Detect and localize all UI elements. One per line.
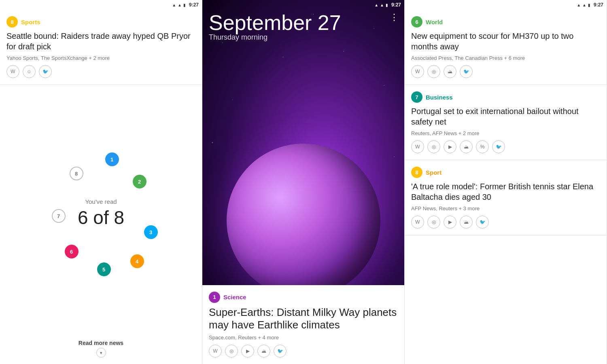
world-category-label: World [426, 19, 443, 25]
status-time-1: 9:27 [189, 2, 199, 8]
world-category-row: 6 World [411, 16, 600, 28]
down-arrow-icon: ▾ [96, 348, 106, 358]
panel-calendar: ▲ ▲ ▮ 9:27 September 27 Thursday morning… [202, 0, 405, 364]
more-options-button[interactable]: ⋮ [390, 12, 399, 23]
world-actions: W ◎ ⛰ 🐦 [411, 65, 600, 78]
science-headline: Super-Earths: Distant Milky Way planets … [209, 306, 398, 331]
science-actions: W ◎ ▶ ⛰ 🐦 [209, 345, 398, 358]
world-badge: 6 [411, 16, 422, 28]
location-icon-sport[interactable]: ◎ [427, 216, 440, 229]
world-sources: Associated Press, The Canadian Press + 6… [411, 55, 600, 61]
wiki-icon-biz[interactable]: W [411, 140, 424, 153]
dot-6[interactable]: 6 [65, 245, 79, 258]
sports-headline: Seattle bound: Raiders trade away hyped … [6, 31, 195, 52]
wikipedia-icon[interactable]: W [6, 65, 19, 78]
panel-sports: ▲ ▲ ▮ 9:27 8 Sports Seattle bound: Raide… [0, 0, 202, 364]
location-icon-science[interactable]: ◎ [225, 345, 238, 358]
sport-category-row: 8 Sport [411, 167, 600, 178]
twitter-icon-science[interactable]: 🐦 [274, 345, 287, 358]
dot-5[interactable]: 5 [97, 262, 111, 276]
signal-icon: ▲ [172, 3, 176, 7]
business-badge: 7 [411, 91, 422, 103]
status-time-3: 9:27 [594, 2, 603, 8]
science-section: 1 Science Super-Earths: Distant Milky Wa… [202, 285, 404, 364]
person-icon[interactable]: ☺ [23, 65, 36, 78]
science-card[interactable]: 1 Science Super-Earths: Distant Milky Wa… [202, 285, 404, 364]
dot-1[interactable]: 1 [105, 152, 119, 166]
sports-badge: 8 [6, 16, 18, 28]
status-bar-1: ▲ ▲ ▮ 9:27 [0, 0, 202, 10]
world-headline: New equipment to scour for MH370 up to t… [411, 31, 600, 52]
status-time-2: 9:27 [391, 2, 401, 8]
business-card[interactable]: 7 Business Portugal set to exit internat… [405, 85, 607, 160]
world-card[interactable]: 6 World New equipment to scour for MH370… [405, 10, 607, 85]
image-icon-science[interactable]: ⛰ [257, 345, 270, 358]
twitter-icon-sport[interactable]: 🐦 [476, 216, 489, 229]
dot-7[interactable]: 7 [52, 209, 66, 223]
location-icon-biz[interactable]: ◎ [427, 140, 440, 153]
sports-sources: Yahoo Sports, The SportsXchange + 2 more [6, 55, 195, 61]
progress-count: 6 of 8 [78, 207, 124, 229]
network-icon-3: ▲ [582, 3, 586, 7]
planet-background: September 27 Thursday morning ⋮ [202, 0, 404, 285]
wiki-icon-science[interactable]: W [209, 345, 222, 358]
dot-2[interactable]: 2 [133, 175, 146, 188]
science-badge: 1 [209, 292, 220, 303]
wiki-icon-world[interactable]: W [411, 65, 424, 78]
dot-8[interactable]: 8 [70, 167, 83, 180]
business-headline: Portugal set to exit international bailo… [411, 106, 600, 127]
twitter-icon-world[interactable]: 🐦 [460, 65, 473, 78]
sport-category-label: Sport [426, 169, 441, 176]
signal-icon-2: ▲ [374, 3, 378, 7]
you-read-label: You've read [78, 198, 124, 205]
battery-icon: ▮ [183, 3, 186, 7]
percent-icon-biz[interactable]: % [476, 140, 489, 153]
planet-section: September 27 Thursday morning ⋮ [202, 0, 404, 285]
read-more-label: Read more news [79, 340, 123, 346]
battery-icon-3: ▮ [588, 3, 590, 7]
image-icon-world[interactable]: ⛰ [444, 65, 456, 78]
sport-actions: W ◎ ▶ ⛰ 🐦 [411, 216, 600, 229]
image-icon-sport[interactable]: ⛰ [460, 216, 473, 229]
progress-center: You've read 6 of 8 [78, 198, 124, 229]
video-icon-biz[interactable]: ▶ [444, 140, 456, 153]
sports-card[interactable]: 8 Sports Seattle bound: Raiders trade aw… [0, 10, 202, 85]
business-category-row: 7 Business [411, 91, 600, 103]
business-category-label: Business [426, 94, 453, 101]
panel-world-business: ▲ ▲ ▮ 9:27 6 World New equipment to scou… [405, 0, 607, 364]
twitter-icon-biz[interactable]: 🐦 [492, 140, 505, 153]
day-name-display: Thursday morning [209, 33, 341, 42]
sport-card[interactable]: 8 Sport 'A true role model': Former Brit… [405, 160, 607, 235]
wiki-icon-sport[interactable]: W [411, 216, 424, 229]
science-category-label: Science [223, 294, 246, 301]
science-category-row: 1 Science [209, 292, 398, 303]
network-icon-2: ▲ [380, 3, 384, 7]
battery-icon-2: ▮ [386, 3, 388, 7]
science-sources: Space.com, Reuters + 4 more [209, 334, 398, 341]
progress-dots-container: 1 8 2 7 You've read 6 of 8 3 6 4 5 [40, 144, 162, 274]
sport-badge: 8 [411, 167, 422, 178]
date-display: September 27 [209, 12, 341, 33]
network-icon: ▲ [178, 3, 182, 7]
location-icon-world[interactable]: ◎ [427, 65, 440, 78]
status-bar-2: ▲ ▲ ▮ 9:27 [202, 0, 404, 10]
video-icon-sport[interactable]: ▶ [444, 216, 456, 229]
sports-actions: W ☺ 🐦 [6, 65, 195, 78]
signal-icon-3: ▲ [577, 3, 581, 7]
business-sources: Reuters, AFP News + 2 more [411, 130, 600, 136]
status-bar-3: ▲ ▲ ▮ 9:27 [405, 0, 607, 10]
sports-category-label: Sports [21, 19, 40, 25]
business-actions: W ◎ ▶ ⛰ % 🐦 [411, 140, 600, 153]
twitter-icon[interactable]: 🐦 [39, 65, 52, 78]
video-icon-science[interactable]: ▶ [241, 345, 254, 358]
category-row: 8 Sports [6, 16, 195, 28]
image-icon-biz[interactable]: ⛰ [460, 140, 473, 153]
dot-3[interactable]: 3 [144, 225, 158, 239]
date-overlay: September 27 Thursday morning [209, 12, 341, 42]
sport-headline: 'A true role model': Former British tenn… [411, 181, 600, 202]
dot-4[interactable]: 4 [130, 254, 144, 268]
sport-sources: AFP News, Reuters + 3 more [411, 205, 600, 212]
read-more-button[interactable]: Read more news ▾ [0, 333, 202, 364]
reading-progress-section: 1 8 2 7 You've read 6 of 8 3 6 4 5 [0, 85, 202, 333]
